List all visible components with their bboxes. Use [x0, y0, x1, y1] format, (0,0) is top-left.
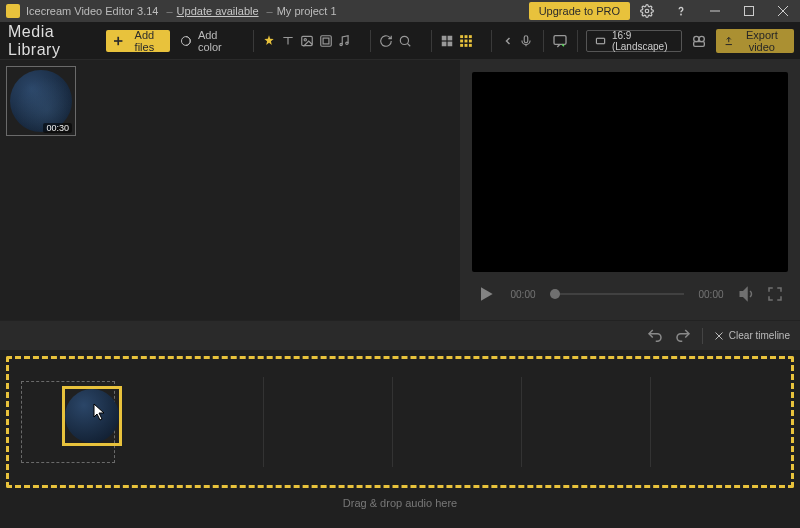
add-files-button[interactable]: Add files: [106, 30, 170, 52]
svg-rect-11: [320, 35, 331, 46]
svg-rect-23: [469, 35, 472, 38]
close-button[interactable]: [766, 0, 800, 22]
media-library-panel: 00:30: [0, 60, 460, 320]
redo-icon[interactable]: [674, 327, 692, 345]
minimize-button[interactable]: [698, 0, 732, 22]
maximize-button[interactable]: [732, 0, 766, 22]
svg-rect-26: [469, 39, 472, 42]
aspect-ratio-select[interactable]: 16:9 (Landscape): [586, 30, 683, 52]
mic-icon[interactable]: [517, 30, 535, 52]
svg-marker-36: [481, 287, 493, 300]
svg-rect-3: [745, 7, 754, 16]
svg-point-15: [400, 36, 408, 44]
toolbar: Media Library Add files Add color 16:9 (…: [0, 22, 800, 60]
volume-icon[interactable]: [738, 285, 756, 303]
svg-rect-30: [524, 35, 528, 42]
svg-rect-35: [694, 41, 705, 46]
dragging-clip[interactable]: [62, 386, 122, 446]
text-tool-icon[interactable]: [279, 30, 298, 52]
aspect-label: 16:9 (Landscape): [612, 30, 674, 52]
upgrade-button[interactable]: Upgrade to PRO: [529, 2, 630, 20]
clear-timeline-button[interactable]: Clear timeline: [713, 330, 790, 342]
audio-tool-icon[interactable]: [335, 30, 354, 52]
svg-rect-28: [464, 43, 467, 46]
svg-rect-18: [447, 35, 452, 40]
svg-rect-22: [464, 35, 467, 38]
project-name: My project 1: [277, 5, 337, 17]
image-tool-icon[interactable]: [297, 30, 316, 52]
svg-rect-19: [442, 41, 447, 46]
titlebar: Icecream Video Editor 3.14 – Update avai…: [0, 0, 800, 22]
timeline-actions: Clear timeline: [0, 320, 800, 350]
play-button[interactable]: [476, 284, 496, 304]
update-link[interactable]: Update available: [177, 5, 259, 17]
svg-rect-32: [596, 38, 604, 44]
fullscreen-icon[interactable]: [766, 285, 784, 303]
audio-dropzone[interactable]: Drag & drop audio here: [6, 488, 794, 518]
cursor-icon: [93, 403, 107, 421]
svg-rect-31: [554, 35, 566, 44]
svg-rect-27: [460, 43, 463, 46]
svg-point-34: [699, 36, 704, 41]
export-button[interactable]: Export video: [716, 29, 794, 53]
svg-rect-9: [302, 36, 313, 45]
view-large-icon[interactable]: [438, 30, 457, 52]
chat-icon[interactable]: [551, 30, 569, 52]
export-label: Export video: [738, 29, 786, 53]
svg-marker-37: [740, 288, 747, 300]
main-area: 00:30 00:00 00:00: [0, 60, 800, 320]
app-name: Icecream Video Editor 3.14: [26, 5, 158, 17]
svg-point-10: [304, 38, 306, 40]
svg-rect-21: [460, 35, 463, 38]
timeline-dropzone[interactable]: [6, 356, 794, 488]
undo-icon[interactable]: [646, 327, 664, 345]
audio-hint: Drag & drop audio here: [343, 497, 457, 509]
sticker-tool-icon[interactable]: [316, 30, 335, 52]
seek-bar[interactable]: [550, 293, 684, 295]
svg-point-1: [681, 14, 682, 15]
svg-rect-25: [464, 39, 467, 42]
preview-panel: 00:00 00:00: [460, 60, 800, 320]
app-icon: [6, 4, 20, 18]
clear-timeline-label: Clear timeline: [729, 330, 790, 341]
preview-canvas: [472, 72, 788, 272]
svg-rect-29: [469, 43, 472, 46]
current-time: 00:00: [506, 289, 540, 300]
timeline-area: Drag & drop audio here: [0, 350, 800, 528]
camera-icon[interactable]: [690, 30, 708, 52]
view-small-icon[interactable]: [456, 30, 475, 52]
transitions-icon[interactable]: [260, 30, 279, 52]
media-library-title: Media Library: [8, 23, 96, 59]
svg-line-16: [407, 43, 410, 46]
add-files-label: Add files: [127, 29, 163, 53]
player-controls: 00:00 00:00: [472, 272, 788, 316]
media-thumb[interactable]: 00:30: [6, 66, 76, 136]
svg-point-14: [346, 42, 348, 44]
svg-rect-24: [460, 39, 463, 42]
total-time: 00:00: [694, 289, 728, 300]
add-color-label: Add color: [198, 29, 237, 53]
refresh-icon[interactable]: [377, 30, 396, 52]
svg-rect-12: [323, 38, 329, 44]
gear-icon[interactable]: [630, 0, 664, 22]
timeline-sections: [135, 377, 779, 467]
help-icon[interactable]: [664, 0, 698, 22]
collapse-icon[interactable]: [498, 30, 517, 52]
seek-knob[interactable]: [550, 289, 560, 299]
svg-point-0: [645, 9, 649, 13]
timeline-slot[interactable]: [21, 381, 115, 463]
media-duration: 00:30: [43, 123, 72, 133]
svg-rect-17: [442, 35, 447, 40]
svg-point-13: [340, 43, 342, 45]
search-icon[interactable]: [396, 30, 415, 52]
svg-point-33: [694, 36, 699, 41]
add-color-button[interactable]: Add color: [180, 29, 237, 53]
svg-rect-20: [447, 41, 452, 46]
